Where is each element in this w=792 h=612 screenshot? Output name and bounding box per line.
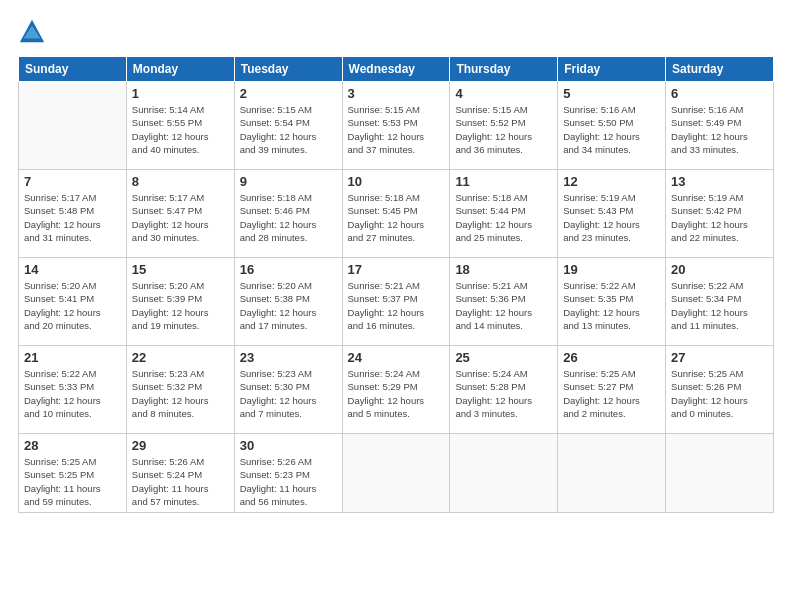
calendar-week-3: 14Sunrise: 5:20 AM Sunset: 5:41 PM Dayli…	[19, 258, 774, 346]
day-info: Sunrise: 5:25 AM Sunset: 5:26 PM Dayligh…	[671, 367, 768, 420]
day-number: 13	[671, 174, 768, 189]
day-info: Sunrise: 5:17 AM Sunset: 5:47 PM Dayligh…	[132, 191, 229, 244]
header	[18, 18, 774, 46]
calendar-cell: 20Sunrise: 5:22 AM Sunset: 5:34 PM Dayli…	[666, 258, 774, 346]
day-number: 25	[455, 350, 552, 365]
day-info: Sunrise: 5:21 AM Sunset: 5:37 PM Dayligh…	[348, 279, 445, 332]
calendar-cell: 28Sunrise: 5:25 AM Sunset: 5:25 PM Dayli…	[19, 434, 127, 513]
calendar-cell: 16Sunrise: 5:20 AM Sunset: 5:38 PM Dayli…	[234, 258, 342, 346]
day-info: Sunrise: 5:22 AM Sunset: 5:34 PM Dayligh…	[671, 279, 768, 332]
calendar-cell	[19, 82, 127, 170]
day-info: Sunrise: 5:24 AM Sunset: 5:29 PM Dayligh…	[348, 367, 445, 420]
day-number: 27	[671, 350, 768, 365]
calendar-cell: 9Sunrise: 5:18 AM Sunset: 5:46 PM Daylig…	[234, 170, 342, 258]
day-number: 30	[240, 438, 337, 453]
day-number: 22	[132, 350, 229, 365]
day-info: Sunrise: 5:18 AM Sunset: 5:44 PM Dayligh…	[455, 191, 552, 244]
day-info: Sunrise: 5:16 AM Sunset: 5:50 PM Dayligh…	[563, 103, 660, 156]
calendar-cell: 26Sunrise: 5:25 AM Sunset: 5:27 PM Dayli…	[558, 346, 666, 434]
day-header-saturday: Saturday	[666, 57, 774, 82]
day-info: Sunrise: 5:22 AM Sunset: 5:33 PM Dayligh…	[24, 367, 121, 420]
day-header-sunday: Sunday	[19, 57, 127, 82]
day-number: 10	[348, 174, 445, 189]
calendar-cell: 8Sunrise: 5:17 AM Sunset: 5:47 PM Daylig…	[126, 170, 234, 258]
calendar-cell: 21Sunrise: 5:22 AM Sunset: 5:33 PM Dayli…	[19, 346, 127, 434]
day-header-wednesday: Wednesday	[342, 57, 450, 82]
calendar-cell: 3Sunrise: 5:15 AM Sunset: 5:53 PM Daylig…	[342, 82, 450, 170]
day-number: 9	[240, 174, 337, 189]
calendar-cell: 6Sunrise: 5:16 AM Sunset: 5:49 PM Daylig…	[666, 82, 774, 170]
day-number: 3	[348, 86, 445, 101]
calendar-cell: 30Sunrise: 5:26 AM Sunset: 5:23 PM Dayli…	[234, 434, 342, 513]
calendar-cell: 12Sunrise: 5:19 AM Sunset: 5:43 PM Dayli…	[558, 170, 666, 258]
day-info: Sunrise: 5:18 AM Sunset: 5:46 PM Dayligh…	[240, 191, 337, 244]
calendar-cell: 2Sunrise: 5:15 AM Sunset: 5:54 PM Daylig…	[234, 82, 342, 170]
day-number: 20	[671, 262, 768, 277]
day-info: Sunrise: 5:26 AM Sunset: 5:23 PM Dayligh…	[240, 455, 337, 508]
day-info: Sunrise: 5:17 AM Sunset: 5:48 PM Dayligh…	[24, 191, 121, 244]
day-number: 23	[240, 350, 337, 365]
day-info: Sunrise: 5:21 AM Sunset: 5:36 PM Dayligh…	[455, 279, 552, 332]
calendar-cell: 4Sunrise: 5:15 AM Sunset: 5:52 PM Daylig…	[450, 82, 558, 170]
day-info: Sunrise: 5:19 AM Sunset: 5:43 PM Dayligh…	[563, 191, 660, 244]
calendar-cell: 1Sunrise: 5:14 AM Sunset: 5:55 PM Daylig…	[126, 82, 234, 170]
calendar-week-5: 28Sunrise: 5:25 AM Sunset: 5:25 PM Dayli…	[19, 434, 774, 513]
day-info: Sunrise: 5:22 AM Sunset: 5:35 PM Dayligh…	[563, 279, 660, 332]
day-number: 29	[132, 438, 229, 453]
calendar-cell: 10Sunrise: 5:18 AM Sunset: 5:45 PM Dayli…	[342, 170, 450, 258]
calendar-cell	[558, 434, 666, 513]
day-info: Sunrise: 5:20 AM Sunset: 5:39 PM Dayligh…	[132, 279, 229, 332]
day-number: 14	[24, 262, 121, 277]
day-number: 11	[455, 174, 552, 189]
day-number: 5	[563, 86, 660, 101]
day-number: 8	[132, 174, 229, 189]
day-number: 26	[563, 350, 660, 365]
calendar-cell: 23Sunrise: 5:23 AM Sunset: 5:30 PM Dayli…	[234, 346, 342, 434]
day-info: Sunrise: 5:23 AM Sunset: 5:30 PM Dayligh…	[240, 367, 337, 420]
logo-icon	[18, 18, 46, 46]
calendar-cell: 7Sunrise: 5:17 AM Sunset: 5:48 PM Daylig…	[19, 170, 127, 258]
day-info: Sunrise: 5:16 AM Sunset: 5:49 PM Dayligh…	[671, 103, 768, 156]
calendar-week-4: 21Sunrise: 5:22 AM Sunset: 5:33 PM Dayli…	[19, 346, 774, 434]
calendar-cell: 5Sunrise: 5:16 AM Sunset: 5:50 PM Daylig…	[558, 82, 666, 170]
day-info: Sunrise: 5:26 AM Sunset: 5:24 PM Dayligh…	[132, 455, 229, 508]
day-info: Sunrise: 5:15 AM Sunset: 5:52 PM Dayligh…	[455, 103, 552, 156]
day-number: 28	[24, 438, 121, 453]
day-info: Sunrise: 5:19 AM Sunset: 5:42 PM Dayligh…	[671, 191, 768, 244]
calendar-week-2: 7Sunrise: 5:17 AM Sunset: 5:48 PM Daylig…	[19, 170, 774, 258]
calendar-cell	[450, 434, 558, 513]
day-number: 21	[24, 350, 121, 365]
page: SundayMondayTuesdayWednesdayThursdayFrid…	[0, 0, 792, 612]
logo	[18, 18, 48, 46]
day-header-monday: Monday	[126, 57, 234, 82]
day-info: Sunrise: 5:25 AM Sunset: 5:27 PM Dayligh…	[563, 367, 660, 420]
day-number: 12	[563, 174, 660, 189]
calendar-cell	[342, 434, 450, 513]
day-number: 15	[132, 262, 229, 277]
calendar-cell: 25Sunrise: 5:24 AM Sunset: 5:28 PM Dayli…	[450, 346, 558, 434]
day-info: Sunrise: 5:15 AM Sunset: 5:53 PM Dayligh…	[348, 103, 445, 156]
calendar-week-1: 1Sunrise: 5:14 AM Sunset: 5:55 PM Daylig…	[19, 82, 774, 170]
day-info: Sunrise: 5:18 AM Sunset: 5:45 PM Dayligh…	[348, 191, 445, 244]
day-header-thursday: Thursday	[450, 57, 558, 82]
calendar-cell: 22Sunrise: 5:23 AM Sunset: 5:32 PM Dayli…	[126, 346, 234, 434]
calendar-cell	[666, 434, 774, 513]
calendar: SundayMondayTuesdayWednesdayThursdayFrid…	[18, 56, 774, 513]
calendar-cell: 18Sunrise: 5:21 AM Sunset: 5:36 PM Dayli…	[450, 258, 558, 346]
day-info: Sunrise: 5:20 AM Sunset: 5:38 PM Dayligh…	[240, 279, 337, 332]
day-number: 6	[671, 86, 768, 101]
day-header-friday: Friday	[558, 57, 666, 82]
day-info: Sunrise: 5:23 AM Sunset: 5:32 PM Dayligh…	[132, 367, 229, 420]
day-info: Sunrise: 5:14 AM Sunset: 5:55 PM Dayligh…	[132, 103, 229, 156]
day-header-tuesday: Tuesday	[234, 57, 342, 82]
calendar-cell: 11Sunrise: 5:18 AM Sunset: 5:44 PM Dayli…	[450, 170, 558, 258]
day-number: 2	[240, 86, 337, 101]
day-info: Sunrise: 5:25 AM Sunset: 5:25 PM Dayligh…	[24, 455, 121, 508]
calendar-cell: 17Sunrise: 5:21 AM Sunset: 5:37 PM Dayli…	[342, 258, 450, 346]
day-info: Sunrise: 5:20 AM Sunset: 5:41 PM Dayligh…	[24, 279, 121, 332]
calendar-cell: 27Sunrise: 5:25 AM Sunset: 5:26 PM Dayli…	[666, 346, 774, 434]
day-number: 7	[24, 174, 121, 189]
calendar-cell: 19Sunrise: 5:22 AM Sunset: 5:35 PM Dayli…	[558, 258, 666, 346]
day-number: 16	[240, 262, 337, 277]
day-number: 4	[455, 86, 552, 101]
